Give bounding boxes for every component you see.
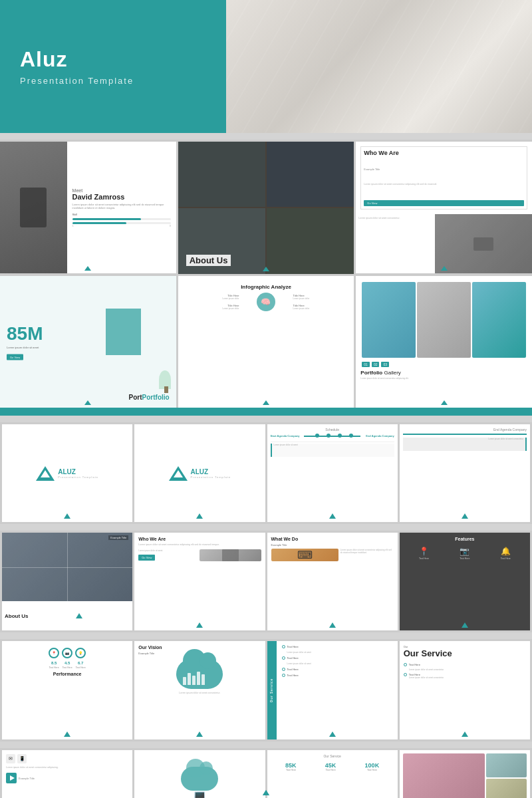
section-gap-5 [0,741,532,748]
slide-marker-6 [441,400,448,405]
feature-text-2: Text Here [460,557,469,560]
schedule-start: Start Agenda Company [271,434,302,438]
who-we-are-2-go[interactable]: Go View [138,555,155,561]
marble-texture [226,0,532,133]
skill-bar-2 [72,222,171,224]
schedule-right-label: End Agenda Company [403,428,527,432]
who-we-are-2-content: Lorem ipsum dolor sit amet. Go View [138,549,261,561]
cloud-area [138,659,261,689]
schedule-right-inner: End Agenda Company Lorem ipsum dolor sit… [400,424,530,522]
port-images [359,279,529,361]
aluz-name-1: ALUZ Presentation Template [58,468,98,479]
schedule-right-triangle [462,513,468,519]
service-sidebar-triangle [329,732,336,737]
meeting-2-photo [200,549,261,561]
85m-content: 85M Lorem ipsum dolor sit amet Go View [7,323,43,360]
perf-item-2: 📷 4.5 Text Here [62,648,72,669]
schedule-title: Schedule [271,428,394,432]
our-vision-inner: Our Vision Example Title Lorem ipsum dol… [134,641,265,739]
slide-marker-3 [441,266,448,271]
service-text-1: Text Here [287,645,299,648]
section-gap-4 [0,632,532,639]
perf-icons: 📍 8.5 Text Here 📷 4.5 Text Here 💡 6.7 Te… [6,648,128,669]
section-gap-1 [0,133,532,140]
bar-2 [188,673,191,685]
infographic-title: Infographic Analyze [182,280,350,290]
aluz-tagline-2: Presentation Template [191,475,231,479]
stat-label-3: Text Here [365,769,380,771]
slide-our-vision: Our Vision Example Title Lorem ipsum dol… [134,641,265,739]
feature-2: 📷 Text Here [460,547,469,560]
performance-inner: 📍 8.5 Text Here 📷 4.5 Text Here 💡 6.7 Te… [2,641,132,739]
aluz-logo-group-2: ALUZ Presentation Template [169,466,231,481]
about-us-2-example: Example Title [108,535,128,540]
85m-desc: Lorem ipsum dolor sit amet [7,345,43,348]
slide-grid-row1: Meet David Zamross Lorem ipsum dolor sit… [0,140,532,408]
feature-text-1: Text Here [419,557,429,560]
stat-num-1: 85K [285,762,297,769]
our-service-big-marker [462,732,468,737]
port-gallery-2-inner: 01 02 03 Portfolio Gallery Lorem ipsum d… [400,750,530,798]
slide-who-we-are-2: Who We Are Lorem ipsum dolor sit amet co… [134,533,265,630]
section-gap-3 [0,524,532,531]
perf-label-2: Text Here [63,666,72,669]
port-g2-img-1 [403,753,485,798]
port-nums: 01 02 03 [359,360,529,368]
slide-infographic: Infographic Analyze Title Here Lorem ips… [178,276,354,408]
david-photo [0,142,67,273]
about-us-2-inner: Example Title About Us [2,533,132,630]
slide-performance: 📍 8.5 Text Here 📷 4.5 Text Here 💡 6.7 Te… [2,641,132,739]
teal-square-decor [106,309,141,354]
port-gallery-word: Gallery [384,370,400,376]
performance-marker [64,732,70,737]
misc-1-inner: ✉ 📱 Lorem ipsum dolor sit amet consectet… [2,750,132,798]
performance-triangle [64,732,70,737]
skill-fill-2 [72,222,126,224]
slide-85m-inner: 85M Lorem ipsum dolor sit amet Go View P… [0,276,176,408]
meeting-silhouette [473,237,493,251]
about-us-2-photo: Example Title [2,533,132,601]
what-we-do-title: What We Do [271,537,394,541]
who-we-are-bottom: Lorem ipsum dolor sit amet consectetur. [356,214,532,273]
85m-number: 85M [7,323,43,344]
aluz-marker-1 [64,513,70,519]
chart-bars [183,672,205,685]
performance-title: Performance [6,672,128,676]
misc-desc-1: Lorem ipsum dolor sit amet consectetur a… [6,766,128,769]
slide-grid-row2: ALUZ Presentation Template ALUZ Presenta… [0,422,532,524]
schedule-dot-4 [349,434,353,438]
slide-who-we-are: Who We Are Example Title Lorem ipsum dol… [356,142,532,273]
slide-schedule: Schedule Start Agenda Company End Agenda… [267,424,398,522]
play-icon [10,775,15,781]
portfolio-label: PortPortfolio [129,394,170,401]
our-mission-inner: 💻 Our Our Mission [134,750,265,798]
85m-go[interactable]: Go View [7,354,23,360]
what-we-do-example: Example Title [271,543,394,547]
info-left: Title Here Lorem ipsum dolor Title Here … [194,294,239,310]
schedule-dot-3 [338,434,342,438]
big-service-desc-2: Lorem ipsum dolor sit amet consectetur. [409,676,526,679]
slide-about-us-2: Example Title About Us [2,533,132,630]
perf-label-1: Text Here [49,666,59,669]
schedule-line-1 [271,442,394,442]
feature-3: 🔔 Text Here [501,547,511,560]
play-button[interactable] [6,773,17,783]
info-right: Title Here Lorem ipsum dolor Title Here … [293,294,339,310]
typewriter-icon: ⌨ [297,549,313,561]
info-d4: Lorem ipsum dolor [293,307,339,310]
who-we-are-2-photo [200,549,261,561]
david-name: David Zamross [72,193,171,201]
laptop-icon: 💻 [192,789,207,798]
service-item-2: Text Here [282,656,394,660]
aluz-logo-2-inner: ALUZ Presentation Template [134,424,265,522]
who-we-are-2-title: Who We Are [138,537,261,541]
aluz-triangle-bottom-2 [196,513,203,519]
stat-1: 85K Text Here [285,762,297,771]
slide-our-mission: 💻 Our Our Mission [134,750,265,798]
slide-marker-1 [84,266,91,271]
port-num-1: 01 [362,362,370,367]
our-vision-title: Our Vision [138,645,261,650]
who-we-are-go[interactable]: Go View [364,200,524,206]
teal-divider-bar [0,408,532,416]
our-vision-desc: Lorem ipsum dolor sit amet consectetur. [138,692,261,694]
